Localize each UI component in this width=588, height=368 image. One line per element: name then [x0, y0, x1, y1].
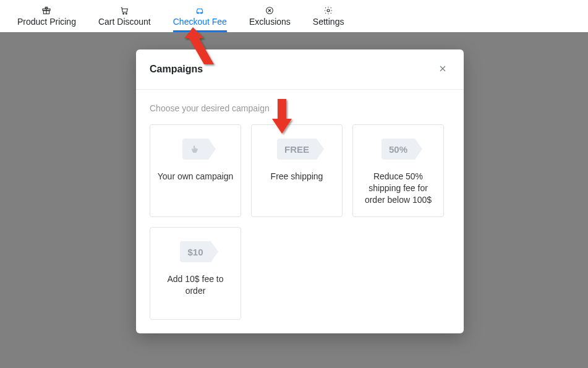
close-icon[interactable]	[435, 61, 450, 78]
card-label: Your own campaign	[158, 171, 233, 182]
campaign-card-reduce-50[interactable]: 50% Reduce 50% shipping fee for order be…	[352, 124, 444, 217]
tab-label: Product Pricing	[17, 17, 76, 30]
tab-settings[interactable]: Settings	[302, 0, 356, 32]
hand-icon	[182, 139, 208, 160]
modal-title: Campaigns	[150, 64, 203, 75]
badge-50-percent: 50%	[381, 139, 415, 160]
card-label: Reduce 50% shipping fee for order below …	[359, 171, 437, 206]
badge-10-dollar: $10	[180, 241, 210, 262]
tab-checkout-fee[interactable]: Checkout Fee	[162, 0, 238, 32]
campaign-cards: Your own campaign FREE Free shipping 50%…	[150, 124, 450, 320]
tab-label: Settings	[313, 17, 344, 30]
car-icon	[195, 6, 205, 15]
cart-icon	[119, 6, 129, 15]
card-label: Add 10$ fee to order	[156, 273, 234, 297]
campaigns-modal: Campaigns Choose your desired campaign Y…	[136, 49, 464, 333]
modal-header: Campaigns	[136, 49, 464, 90]
campaign-card-free-shipping[interactable]: FREE Free shipping	[251, 124, 343, 217]
top-tabs: Product Pricing Cart Discount Checkout F…	[0, 0, 588, 32]
tab-product-pricing[interactable]: Product Pricing	[6, 0, 87, 32]
svg-point-2	[123, 13, 124, 14]
campaign-card-own[interactable]: Your own campaign	[150, 124, 241, 217]
svg-point-7	[327, 9, 330, 12]
tab-label: Exclusions	[249, 17, 291, 30]
modal-subtitle: Choose your desired campaign	[150, 103, 450, 113]
gift-icon	[41, 6, 51, 15]
campaign-card-add-10[interactable]: $10 Add 10$ fee to order	[150, 227, 241, 320]
modal-body: Choose your desired campaign Your own ca…	[136, 90, 464, 333]
tab-exclusions[interactable]: Exclusions	[238, 0, 302, 32]
tab-label: Checkout Fee	[173, 17, 227, 30]
badge-free: FREE	[277, 139, 317, 160]
tab-label: Cart Discount	[98, 17, 151, 30]
circle-x-icon	[265, 6, 275, 15]
card-label: Free shipping	[271, 171, 323, 182]
svg-point-3	[126, 13, 127, 14]
gear-icon	[323, 6, 333, 15]
tab-cart-discount[interactable]: Cart Discount	[87, 0, 162, 32]
